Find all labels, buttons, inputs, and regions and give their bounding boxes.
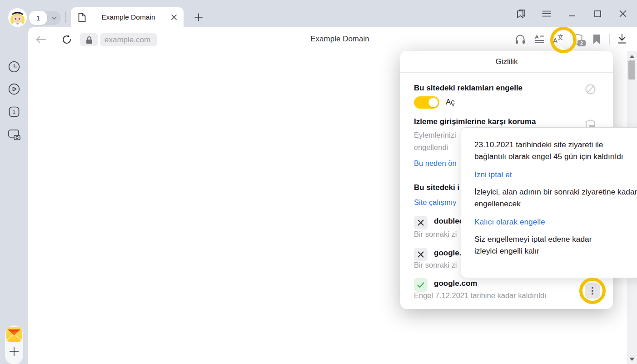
tracking-protection-heading: Izleme girişimlerine karşı koruma [414,117,536,126]
tracker-name: google.com [434,279,477,288]
tab-count-value: 1 [29,11,47,25]
tracker-status: Bir sonraki zi [414,261,457,269]
lock-icon [86,36,93,44]
mail-app-icon[interactable] [6,327,22,342]
tracker-options-flyout: 23.10.2021 tarihindeki site ziyareti ile… [461,127,637,278]
add-app-plus-icon[interactable] [6,342,22,360]
tracker-name: google. [434,249,461,258]
back-icon[interactable] [35,33,47,46]
sidebar: 1 [0,27,28,364]
url-text: example.com [105,35,150,45]
sidebar-apps-pill [5,325,23,364]
tracking-desc-line1: Eylemlerinizi [414,131,456,140]
blocked-count-badge: 2 [577,40,586,46]
tab-example-domain[interactable]: Example Domain [71,7,184,27]
tabs-count-label: 1 [4,102,24,122]
close-icon[interactable] [618,9,628,19]
why-important-link[interactable]: Bu neden ön [414,159,457,168]
scroll-down-arrow[interactable] [629,358,635,361]
tracker-options-menu-icon[interactable] [585,283,600,299]
tracker-status: Bir sonraki zi [414,230,457,239]
shield-icon[interactable]: 2 [568,31,587,47]
collections-icon[interactable] [516,9,526,19]
toolbar-icons: 2 [511,27,637,51]
screenshot-icon[interactable] [4,125,24,145]
page-icon [78,13,86,22]
window-controls [516,0,637,27]
scroll-up-arrow[interactable] [629,55,635,58]
tab-bar: 1 Example Domain [0,0,637,27]
tab-close-icon[interactable] [171,14,177,20]
tab-title: Example Domain [86,13,171,21]
toggle-state-label: Aç [446,98,455,107]
ads-toggle[interactable] [414,96,439,109]
allowed-check-icon[interactable] [414,278,428,292]
headphones-icon[interactable] [511,31,530,47]
profile-avatar[interactable] [8,8,27,27]
block-ads-heading: Bu sitedeki reklamları engelle [414,84,523,93]
circle-slash-icon[interactable] [585,84,596,95]
site-not-working-link[interactable]: Site çalışmıy [414,198,457,207]
refresh-icon[interactable] [60,33,73,46]
toggle-knob [428,98,438,107]
play-icon[interactable] [4,79,24,99]
revoke-permission-link[interactable]: İzni iptal et [474,169,637,180]
history-clock-icon[interactable] [4,57,24,77]
tracking-desc-line2: engellendi [414,143,448,152]
panel-title: Gizlilik [400,51,613,73]
minimize-icon[interactable] [567,9,577,19]
reader-mode-icon[interactable] [530,31,549,47]
revoke-description: İzleyici, alan adının bir sonraki ziyare… [474,186,637,209]
block-permanently-link[interactable]: Kalıcı olarak engelle [474,216,637,228]
blocked-x-icon[interactable] [414,216,428,229]
blocked-x-icon[interactable] [414,248,428,261]
unblock-info-text: 23.10.2021 tarihindeki site ziyareti ile… [474,139,631,162]
download-icon[interactable] [612,31,632,47]
block-permanently-description: Siz engellemeyi iptal edene kadar izleyi… [474,233,611,257]
tab-counter[interactable]: 1 [29,11,61,25]
scrollbar-thumb[interactable] [628,60,635,80]
toolbar-divider [609,34,610,45]
translate-icon[interactable] [549,31,568,47]
tracker-name: doublec [434,217,463,226]
address-bar[interactable]: example.com [100,33,157,46]
bookmark-icon[interactable] [587,31,606,47]
maximize-icon[interactable] [592,9,602,19]
new-tab-button[interactable] [193,11,204,23]
tab-separator [65,11,66,23]
avatar-illustration [8,8,27,27]
tracker-status: Engel 7.12.2021 tarihine kadar kaldırıld… [414,291,547,300]
tabs-icon[interactable]: 1 [4,102,24,122]
site-security-badge[interactable] [80,33,98,46]
chevron-down-icon[interactable] [47,16,61,20]
site-trackers-heading: Bu sitedeki i [414,183,459,192]
menu-icon[interactable] [542,9,552,19]
page-title: Example Domain [273,35,407,44]
